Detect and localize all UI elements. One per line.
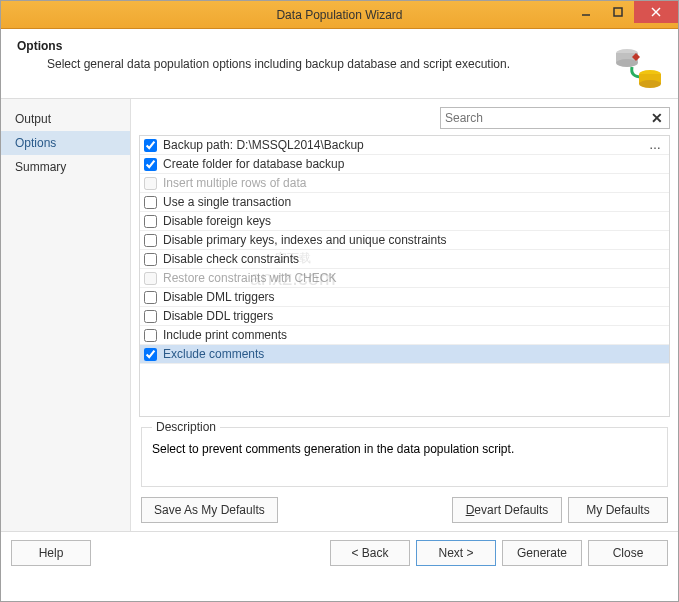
window-title: Data Population Wizard: [276, 8, 402, 22]
titlebar: Data Population Wizard: [1, 1, 678, 29]
description-box: Description Select to prevent comments g…: [141, 427, 668, 487]
option-row[interactable]: Disable primary keys, indexes and unique…: [140, 231, 669, 250]
my-defaults-button[interactable]: My Defaults: [568, 497, 668, 523]
option-row[interactable]: Restore constraints with CHECK: [140, 269, 669, 288]
close-footer-button[interactable]: Close: [588, 540, 668, 566]
search-input[interactable]: [445, 111, 649, 125]
option-row[interactable]: Backup path: D:\MSSQL2014\Backup…: [140, 136, 669, 155]
options-list: Backup path: D:\MSSQL2014\Backup…Create …: [139, 135, 670, 417]
option-row[interactable]: Disable DML triggers: [140, 288, 669, 307]
option-row[interactable]: Exclude comments: [140, 345, 669, 364]
search-box: ✕: [440, 107, 670, 129]
option-checkbox[interactable]: [144, 234, 157, 247]
option-label: Disable check constraints: [163, 252, 665, 266]
option-checkbox[interactable]: [144, 139, 157, 152]
option-checkbox[interactable]: [144, 253, 157, 266]
option-label: Disable DML triggers: [163, 290, 665, 304]
option-row[interactable]: Insert multiple rows of data: [140, 174, 669, 193]
option-checkbox: [144, 272, 157, 285]
ellipsis-button[interactable]: …: [645, 138, 665, 152]
next-button[interactable]: Next >: [416, 540, 496, 566]
back-button[interactable]: < Back: [330, 540, 410, 566]
sidebar-item-output[interactable]: Output: [1, 107, 130, 131]
option-label: Create folder for database backup: [163, 157, 665, 171]
option-checkbox[interactable]: [144, 348, 157, 361]
option-checkbox[interactable]: [144, 310, 157, 323]
option-checkbox[interactable]: [144, 291, 157, 304]
option-label: Restore constraints with CHECK: [163, 271, 665, 285]
option-row[interactable]: Include print comments: [140, 326, 669, 345]
option-row[interactable]: Disable foreign keys: [140, 212, 669, 231]
help-button[interactable]: Help: [11, 540, 91, 566]
sidebar-item-summary[interactable]: Summary: [1, 155, 130, 179]
option-row[interactable]: Create folder for database backup: [140, 155, 669, 174]
svg-point-6: [616, 59, 638, 67]
description-legend: Description: [152, 420, 220, 434]
option-label: Disable DDL triggers: [163, 309, 665, 323]
wizard-icon: [612, 39, 662, 89]
option-checkbox[interactable]: [144, 215, 157, 228]
svg-point-11: [639, 80, 661, 88]
footer: Help < Back Next > Generate Close: [1, 531, 678, 573]
option-row[interactable]: Disable check constraints: [140, 250, 669, 269]
close-button[interactable]: [634, 1, 678, 23]
option-label: Backup path: D:\MSSQL2014\Backup: [163, 138, 645, 152]
save-as-defaults-button[interactable]: Save As My Defaults: [141, 497, 278, 523]
generate-button[interactable]: Generate: [502, 540, 582, 566]
option-checkbox[interactable]: [144, 196, 157, 209]
svg-rect-1: [614, 8, 622, 16]
option-label: Disable foreign keys: [163, 214, 665, 228]
option-label: Disable primary keys, indexes and unique…: [163, 233, 665, 247]
page-title: Options: [17, 39, 510, 53]
minimize-button[interactable]: [570, 1, 602, 23]
option-label: Include print comments: [163, 328, 665, 342]
option-label: Use a single transaction: [163, 195, 665, 209]
option-label: Exclude comments: [163, 347, 665, 361]
page-subtitle: Select general data population options i…: [17, 57, 510, 71]
option-label: Insert multiple rows of data: [163, 176, 665, 190]
devart-defaults-button[interactable]: Devart Defaults: [452, 497, 562, 523]
option-row[interactable]: Disable DDL triggers: [140, 307, 669, 326]
option-row[interactable]: Use a single transaction: [140, 193, 669, 212]
header: Options Select general data population o…: [1, 29, 678, 99]
sidebar-item-options[interactable]: Options: [1, 131, 130, 155]
option-checkbox: [144, 177, 157, 190]
search-clear-icon[interactable]: ✕: [649, 110, 665, 126]
window-buttons: [570, 1, 678, 23]
sidebar: OutputOptionsSummary: [1, 99, 131, 531]
option-checkbox[interactable]: [144, 158, 157, 171]
option-checkbox[interactable]: [144, 329, 157, 342]
description-text: Select to prevent comments generation in…: [152, 442, 657, 456]
maximize-button[interactable]: [602, 1, 634, 23]
